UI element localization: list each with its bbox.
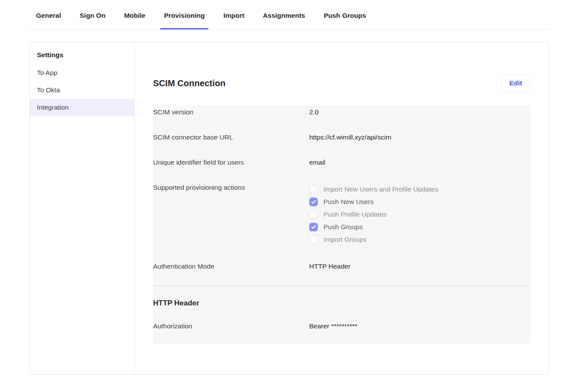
page-title: SCIM Connection [153, 78, 225, 88]
field-label: Unique identifier field for users [153, 158, 309, 167]
checkbox-import-new-users[interactable] [309, 185, 318, 194]
app-tab-bar: General Sign On Mobile Provisioning Impo… [29, 0, 549, 29]
section-header: SCIM Connection Edit [153, 72, 530, 94]
option-import-new-users: Import New Users and Profile Updates [309, 183, 438, 195]
scim-connection-form: SCIM version 2.0 SCIM connector base URL… [153, 106, 530, 344]
field-value: HTTP Header [309, 262, 350, 271]
provisioning-options-list: Import New Users and Profile Updates Pus… [309, 183, 438, 246]
field-row-authorization: Authorization Bearer ********** [153, 321, 530, 331]
option-push-profile-updates: Push Profile Updates [309, 208, 438, 221]
edit-button[interactable]: Edit [501, 74, 530, 92]
sidebar-header-settings: Settings [30, 45, 134, 64]
field-label: SCIM version [153, 107, 309, 117]
sidebar-item-to-okta[interactable]: To Okta [30, 81, 134, 99]
option-push-groups: Push Groups [309, 221, 438, 233]
field-row-scim-version: SCIM version 2.0 [153, 107, 530, 117]
section-divider [153, 285, 530, 286]
option-import-groups: Import Groups [309, 233, 438, 246]
option-label: Push Groups [323, 223, 363, 231]
check-icon [311, 224, 316, 230]
checkbox-push-profile-updates[interactable] [309, 210, 318, 219]
field-row-authentication-mode: Authentication Mode HTTP Header [153, 262, 530, 271]
field-row-unique-identifier: Unique identifier field for users email [153, 158, 530, 167]
check-icon [311, 199, 316, 204]
field-row-base-url: SCIM connector base URL https://cf.wimil… [153, 133, 530, 142]
checkbox-push-new-users[interactable] [309, 198, 318, 206]
tab-push-groups[interactable]: Push Groups [324, 12, 366, 29]
checkbox-push-groups[interactable] [309, 223, 318, 231]
field-label: SCIM connector base URL [153, 133, 309, 142]
sidebar-item-to-app[interactable]: To App [30, 64, 134, 81]
integration-panel: SCIM Connection Edit SCIM version 2.0 SC… [135, 42, 549, 374]
tab-sign-on[interactable]: Sign On [80, 12, 105, 29]
field-label: Authorization [153, 321, 309, 331]
option-push-new-users: Push New Users [309, 195, 438, 208]
checkbox-import-groups[interactable] [309, 235, 318, 244]
field-label: Authentication Mode [153, 262, 309, 271]
provisioning-card: Settings To App To Okta Integration SCIM… [29, 42, 549, 375]
settings-sidebar: Settings To App To Okta Integration [30, 42, 135, 374]
tab-assignments[interactable]: Assignments [263, 12, 305, 29]
tab-provisioning[interactable]: Provisioning [164, 12, 205, 29]
field-row-provisioning-actions: Supported provisioning actions Import Ne… [153, 183, 530, 246]
tab-mobile[interactable]: Mobile [124, 12, 145, 29]
tab-general[interactable]: General [36, 12, 61, 29]
option-label: Push Profile Updates [323, 211, 387, 218]
field-value: email [309, 158, 325, 167]
http-header-section-title: HTTP Header [153, 299, 530, 308]
option-label: Import Groups [323, 236, 366, 243]
option-label: Import New Users and Profile Updates [323, 185, 438, 193]
tab-import[interactable]: Import [223, 12, 244, 29]
field-value: https://cf.wimill.xyz/api/scim [309, 133, 391, 142]
sidebar-item-integration[interactable]: Integration [30, 99, 134, 116]
field-value: 2.0 [309, 107, 319, 117]
field-value: Bearer ********** [309, 321, 357, 331]
option-label: Push New Users [323, 198, 373, 206]
field-label: Supported provisioning actions [153, 183, 309, 192]
